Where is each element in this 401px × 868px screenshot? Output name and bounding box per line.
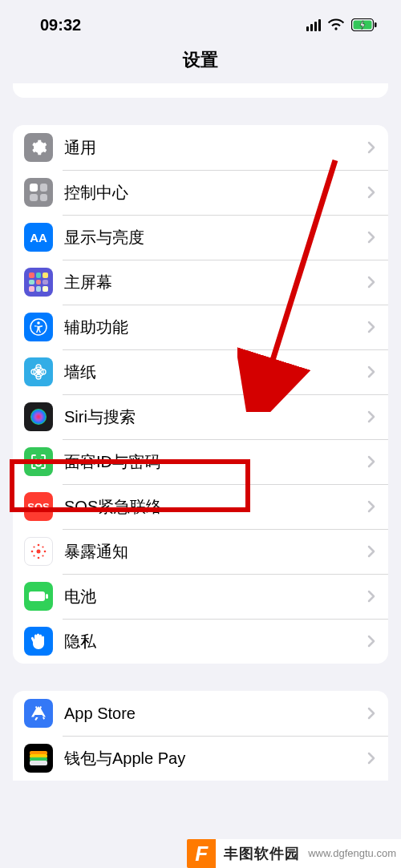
status-right bbox=[306, 18, 377, 31]
svg-point-22 bbox=[42, 555, 43, 556]
chevron-right-icon bbox=[367, 186, 375, 199]
row-label: 控制中心 bbox=[64, 182, 367, 204]
chevron-right-icon bbox=[367, 141, 375, 154]
row-label: 辅助功能 bbox=[64, 317, 367, 338]
row-wallet[interactable]: 钱包与Apple Pay bbox=[13, 736, 388, 781]
chevron-right-icon bbox=[367, 321, 375, 333]
group-partial-top bbox=[13, 83, 388, 98]
row-control-center[interactable]: 控制中心 bbox=[13, 170, 388, 215]
svg-point-20 bbox=[42, 546, 43, 547]
row-label: 显示与亮度 bbox=[64, 227, 367, 248]
display-icon: AA bbox=[24, 223, 53, 252]
svg-point-14 bbox=[37, 550, 41, 554]
gear-icon bbox=[24, 133, 53, 162]
row-display[interactable]: AA 显示与亮度 bbox=[13, 215, 388, 260]
watermark-logo: F bbox=[187, 839, 216, 868]
svg-point-11 bbox=[30, 409, 47, 425]
watermark-domain: www.dgfengtu.com bbox=[308, 839, 401, 868]
row-exposure[interactable]: 暴露通知 bbox=[13, 529, 388, 574]
page-title: 设置 bbox=[0, 43, 401, 83]
chevron-right-icon bbox=[367, 752, 375, 765]
row-label: 面容ID与密码 bbox=[64, 451, 367, 473]
wifi-icon bbox=[327, 18, 345, 31]
svg-point-13 bbox=[41, 460, 42, 461]
svg-rect-2 bbox=[375, 22, 377, 27]
row-label: 主屏幕 bbox=[64, 272, 367, 293]
wallpaper-icon bbox=[24, 357, 53, 386]
row-label: 通用 bbox=[64, 137, 367, 159]
chevron-right-icon bbox=[367, 455, 375, 468]
battery-charging-icon bbox=[351, 18, 377, 31]
chevron-right-icon bbox=[367, 707, 375, 720]
row-label: 墙纸 bbox=[64, 361, 367, 383]
privacy-hand-icon bbox=[24, 627, 53, 656]
faceid-icon bbox=[24, 447, 53, 476]
chevron-right-icon bbox=[367, 365, 375, 378]
chevron-right-icon bbox=[367, 500, 375, 513]
row-label: 隐私 bbox=[64, 631, 367, 652]
row-faceid[interactable]: 面容ID与密码 bbox=[13, 439, 388, 484]
svg-point-18 bbox=[44, 551, 47, 553]
row-label: App Store bbox=[64, 704, 367, 723]
accessibility-icon bbox=[24, 313, 53, 341]
svg-point-15 bbox=[38, 544, 40, 547]
svg-point-21 bbox=[33, 555, 34, 556]
row-home-screen[interactable]: 主屏幕 bbox=[13, 260, 388, 305]
svg-rect-28 bbox=[30, 761, 47, 765]
svg-point-4 bbox=[37, 321, 40, 325]
row-label: Siri与搜索 bbox=[64, 406, 367, 428]
row-label: 电池 bbox=[64, 586, 367, 608]
svg-rect-24 bbox=[46, 594, 48, 599]
row-label: 钱包与Apple Pay bbox=[64, 748, 367, 769]
control-center-icon bbox=[24, 178, 53, 207]
row-privacy[interactable]: 隐私 bbox=[13, 619, 388, 664]
home-screen-icon bbox=[24, 268, 53, 297]
svg-rect-23 bbox=[29, 591, 45, 601]
app-store-icon bbox=[24, 699, 53, 728]
row-app-store[interactable]: App Store bbox=[13, 691, 388, 736]
row-wallpaper[interactable]: 墙纸 bbox=[13, 349, 388, 394]
status-time: 09:32 bbox=[40, 16, 81, 34]
row-label: SOS紧急联络 bbox=[64, 496, 367, 518]
svg-point-12 bbox=[36, 460, 37, 461]
sos-icon: SOS bbox=[24, 492, 53, 521]
row-accessibility[interactable]: 辅助功能 bbox=[13, 305, 388, 349]
status-bar: 09:32 bbox=[0, 0, 401, 43]
siri-icon bbox=[24, 402, 53, 431]
svg-point-5 bbox=[36, 369, 41, 374]
row-siri[interactable]: Siri与搜索 bbox=[13, 394, 388, 439]
chevron-right-icon bbox=[367, 635, 375, 648]
settings-group-main: 通用 控制中心 AA 显示与亮度 主屏幕 辅助功能 bbox=[13, 125, 388, 664]
watermark: F 丰图软件园 www.dgfengtu.com bbox=[187, 839, 401, 868]
row-general[interactable]: 通用 bbox=[13, 125, 388, 170]
chevron-right-icon bbox=[367, 276, 375, 289]
row-label: 暴露通知 bbox=[64, 541, 367, 563]
chevron-right-icon bbox=[367, 590, 375, 603]
chevron-right-icon bbox=[367, 410, 375, 423]
row-battery[interactable]: 电池 bbox=[13, 574, 388, 619]
battery-icon bbox=[24, 582, 53, 611]
svg-point-17 bbox=[31, 551, 34, 553]
chevron-right-icon bbox=[367, 545, 375, 558]
svg-point-16 bbox=[38, 557, 40, 559]
watermark-title: 丰图软件园 bbox=[216, 839, 308, 868]
wallet-icon bbox=[24, 744, 53, 773]
exposure-icon bbox=[24, 537, 53, 566]
row-sos[interactable]: SOS SOS紧急联络 bbox=[13, 484, 388, 529]
cellular-signal-icon bbox=[306, 18, 321, 31]
settings-group-store: App Store 钱包与Apple Pay bbox=[13, 691, 388, 781]
svg-point-19 bbox=[33, 546, 34, 547]
chevron-right-icon bbox=[367, 231, 375, 244]
